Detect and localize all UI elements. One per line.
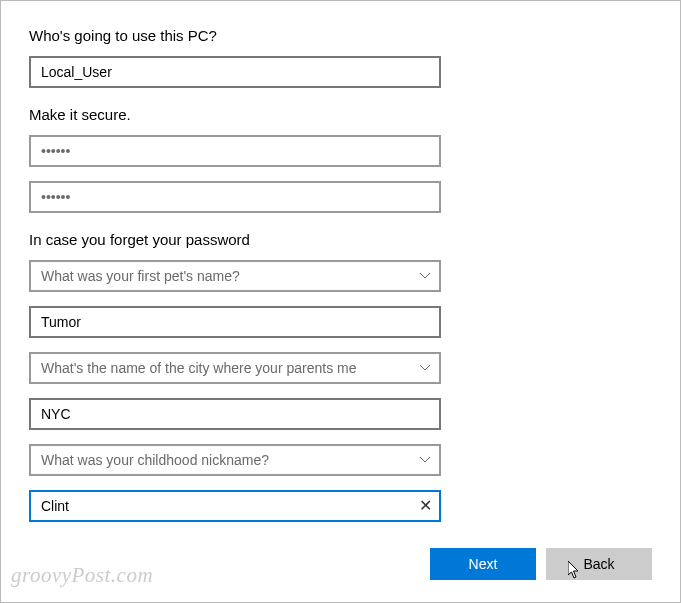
security-question-3-value: What was your childhood nickname? xyxy=(41,452,269,468)
security-answer-1-input[interactable] xyxy=(29,306,441,338)
security-question-1-select[interactable]: What was your first pet's name? xyxy=(29,260,441,292)
security-answer-3-input[interactable] xyxy=(29,490,441,522)
clear-input-icon[interactable]: ✕ xyxy=(417,498,433,514)
user-section-label: Who's going to use this PC? xyxy=(29,27,652,44)
watermark-text: groovyPost.com xyxy=(11,563,153,588)
next-button[interactable]: Next xyxy=(430,548,536,580)
password-input[interactable] xyxy=(29,135,441,167)
recovery-section-label: In case you forget your password xyxy=(29,231,652,248)
security-question-1-value: What was your first pet's name? xyxy=(41,268,240,284)
security-question-3-select[interactable]: What was your childhood nickname? xyxy=(29,444,441,476)
secure-section-label: Make it secure. xyxy=(29,106,652,123)
back-button[interactable]: Back xyxy=(546,548,652,580)
username-input[interactable] xyxy=(29,56,441,88)
security-question-2-value: What's the name of the city where your p… xyxy=(41,360,357,376)
security-answer-2-input[interactable] xyxy=(29,398,441,430)
password-confirm-input[interactable] xyxy=(29,181,441,213)
security-question-2-select[interactable]: What's the name of the city where your p… xyxy=(29,352,441,384)
